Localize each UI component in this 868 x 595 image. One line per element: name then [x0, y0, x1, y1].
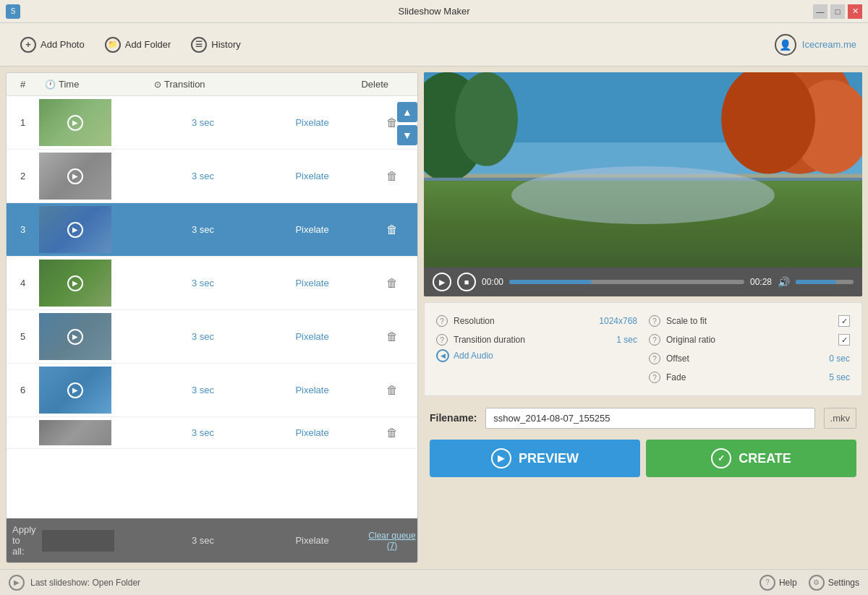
trash-icon[interactable]: 🗑	[386, 427, 398, 440]
close-button[interactable]: ✕	[848, 4, 862, 19]
app-title: Slideshow Maker	[399, 6, 470, 17]
offset-value[interactable]: 0 sec	[829, 354, 850, 364]
play-icon: ▶	[67, 329, 83, 345]
apply-label: Apply to all:	[7, 524, 39, 557]
time-value[interactable]: 3 sec	[148, 331, 258, 342]
time-total: 00:28	[750, 277, 772, 287]
transition-duration-value[interactable]: 1 sec	[616, 335, 637, 345]
preview-button[interactable]: ▶ PREVIEW	[430, 440, 640, 477]
trash-icon[interactable]: 🗑	[386, 384, 398, 397]
time-value[interactable]: 3 sec	[148, 427, 258, 438]
svg-rect-15	[643, 208, 657, 225]
photo-table: # 🕐 Time ⊙ Transition Delete	[6, 72, 418, 563]
row-number: 6	[7, 385, 39, 395]
help-button[interactable]: ? Help	[760, 575, 797, 591]
settings-gear-icon: ⚙	[809, 575, 825, 591]
progress-fill	[509, 280, 592, 284]
clear-queue-button[interactable]: Clear queue (7)	[367, 531, 417, 551]
transition-value[interactable]: Pixelate	[258, 331, 367, 342]
table-row: 6 ▶ 3 sec Pixelate 🗑	[7, 364, 417, 417]
resolution-row: ? Resolution 1024x768	[436, 312, 637, 330]
create-label: CREATE	[739, 451, 791, 466]
transition-value[interactable]: Pixelate	[258, 171, 367, 181]
scale-help-icon[interactable]: ?	[649, 315, 660, 327]
trash-icon[interactable]: 🗑	[386, 116, 398, 129]
offset-help-icon[interactable]: ?	[649, 353, 660, 364]
apply-transition[interactable]: Pixelate	[258, 535, 367, 546]
original-ratio-row: ? Original ratio ✓	[649, 330, 850, 349]
scroll-down-button[interactable]: ▼	[397, 125, 417, 145]
filename-bar: Filename: .mkv	[424, 402, 862, 434]
video-frame	[424, 72, 862, 267]
thumbnail[interactable]	[39, 420, 111, 445]
action-buttons: ▶ PREVIEW ✓ CREATE	[424, 440, 862, 477]
original-ratio-checkbox[interactable]: ✓	[838, 334, 850, 346]
trash-icon[interactable]: 🗑	[386, 330, 398, 343]
play-button[interactable]: ▶	[433, 273, 451, 291]
minimize-button[interactable]: —	[813, 4, 827, 19]
thumbnail[interactable]: ▶	[39, 99, 111, 146]
row-number: 4	[7, 278, 39, 288]
trash-icon[interactable]: 🗑	[386, 170, 398, 183]
table-row: 5 ▶ 3 sec Pixelate 🗑	[7, 310, 417, 364]
toolbar: + Add Photo 📁 Add Folder ☰ History 👤 Ice…	[0, 23, 868, 67]
table-row: 2 ▶ 3 sec Pixelate 🗑	[7, 150, 417, 203]
volume-icon[interactable]: 🔊	[778, 276, 790, 288]
maximize-button[interactable]: □	[830, 4, 845, 19]
table-row: 3 ▶ 3 sec Pixelate 🗑	[7, 203, 417, 257]
apply-time[interactable]: 3 sec	[148, 535, 258, 546]
time-value[interactable]: 3 sec	[148, 117, 258, 128]
thumbnail[interactable]: ▶	[39, 206, 111, 253]
transition-value[interactable]: Pixelate	[258, 278, 367, 288]
user-profile[interactable]: 👤 Icecream.me	[775, 34, 856, 56]
history-button[interactable]: ☰ History	[182, 33, 249, 57]
play-icon: ▶	[67, 222, 83, 238]
thumbnail[interactable]: ▶	[39, 260, 111, 307]
original-ratio-help-icon[interactable]: ?	[649, 334, 660, 346]
left-panel-container: # 🕐 Time ⊙ Transition Delete	[6, 72, 418, 563]
stop-button[interactable]: ■	[457, 273, 476, 291]
table-header: # 🕐 Time ⊙ Transition Delete	[7, 73, 417, 96]
table-row: 1 ▶ 3 sec Pixelate 🗑	[7, 96, 417, 150]
time-value[interactable]: 3 sec	[148, 278, 258, 288]
scroll-up-button[interactable]: ▲	[397, 102, 417, 122]
time-value[interactable]: 3 sec	[148, 385, 258, 395]
transition-value[interactable]: Pixelate	[258, 427, 367, 438]
fade-value[interactable]: 5 sec	[829, 372, 850, 382]
landscape-svg	[424, 72, 862, 267]
time-current: 00:00	[482, 277, 503, 287]
status-left: ▶ Last slideshow: Open Folder	[9, 575, 754, 591]
main-content: # 🕐 Time ⊙ Transition Delete	[0, 67, 868, 569]
trash-icon[interactable]: 🗑	[386, 277, 398, 290]
transition-duration-help-icon[interactable]: ?	[436, 334, 448, 346]
time-value[interactable]: 3 sec	[148, 171, 258, 181]
last-slideshow-text[interactable]: Last slideshow: Open Folder	[30, 578, 140, 588]
col-num: #	[7, 79, 39, 90]
resolution-value[interactable]: 1024x768	[599, 316, 637, 326]
progress-bar[interactable]	[509, 280, 744, 284]
add-audio-button[interactable]: ◀ Add Audio	[436, 349, 637, 362]
resolution-help-icon[interactable]: ?	[436, 315, 448, 327]
delete-cell: 🗑	[367, 384, 417, 397]
thumbnail[interactable]: ▶	[39, 313, 111, 360]
transition-value[interactable]: Pixelate	[258, 385, 367, 395]
video-controls: ▶ ■ 00:00 00:28 🔊	[424, 267, 862, 296]
filename-input[interactable]	[485, 408, 814, 429]
scale-to-fit-checkbox[interactable]: ✓	[838, 315, 850, 327]
transition-value[interactable]: Pixelate	[258, 224, 367, 235]
thumbnail[interactable]: ▶	[39, 153, 111, 200]
time-value[interactable]: 3 sec	[148, 224, 258, 235]
fade-help-icon[interactable]: ?	[649, 372, 660, 383]
thumbnail[interactable]: ▶	[39, 367, 111, 414]
transition-value[interactable]: Pixelate	[258, 117, 367, 128]
col-time: 🕐 Time	[39, 79, 148, 90]
create-button[interactable]: ✓ CREATE	[646, 440, 856, 477]
settings-button[interactable]: ⚙ Settings	[809, 575, 859, 591]
trash-icon[interactable]: 🗑	[386, 223, 398, 236]
volume-fill	[796, 280, 836, 284]
transition-duration-row: ? Transition duration 1 sec	[436, 330, 637, 349]
user-avatar-icon: 👤	[775, 34, 796, 56]
volume-bar[interactable]	[796, 280, 854, 284]
add-folder-button[interactable]: 📁 Add Folder	[96, 33, 180, 57]
add-photo-button[interactable]: + Add Photo	[12, 33, 93, 57]
